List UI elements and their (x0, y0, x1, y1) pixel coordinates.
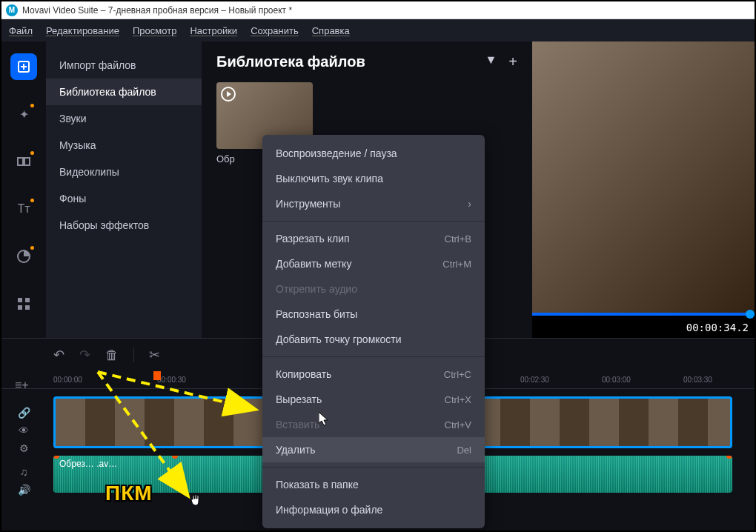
redo-icon[interactable]: ↷ (79, 347, 90, 363)
tool-transitions[interactable] (10, 148, 37, 175)
eye-icon[interactable]: 👁 (19, 425, 29, 436)
preview-video[interactable] (532, 41, 755, 316)
tool-stickers[interactable] (10, 243, 37, 270)
ctx-show-folder[interactable]: Показать в папке (262, 472, 485, 497)
menu-view[interactable]: Просмотр (133, 25, 176, 36)
ctx-beats[interactable]: Распознать биты (262, 302, 485, 327)
filter-icon[interactable]: ▼ (485, 53, 497, 70)
ctx-split[interactable]: Разрезать клипCtrl+B (262, 226, 485, 251)
play-overlay-icon (221, 87, 236, 102)
ruler-mark: 00:02:30 (520, 376, 549, 384)
adjust-icon[interactable]: ⚙ (19, 442, 29, 454)
context-menu: Воспроизведение / пауза Выключить звук к… (262, 135, 485, 528)
preview-slider[interactable] (532, 313, 755, 316)
audio-clip-label: Обрез… .av… (59, 459, 117, 469)
left-toolbar: ✦ Tт (1, 41, 46, 338)
menu-help[interactable]: Справка (312, 25, 350, 36)
delete-icon[interactable]: 🗑 (105, 348, 119, 363)
playhead[interactable] (153, 371, 161, 380)
svg-rect-7 (25, 298, 30, 302)
notification-dot (30, 199, 34, 202)
music-icon[interactable]: ♫ (20, 466, 28, 478)
ctx-marker[interactable]: Добавить меткуCtrl+M (262, 251, 485, 276)
separator (262, 356, 485, 357)
sidebar-item-effects[interactable]: Наборы эффектов (46, 212, 202, 239)
notification-dot (30, 104, 34, 107)
chevron-right-icon: › (468, 198, 471, 210)
preview-timestamp: 00:00:34.2 (686, 322, 749, 333)
sidebar: Импорт файлов Библиотека файлов Звуки Му… (46, 41, 202, 338)
svg-rect-8 (18, 305, 22, 310)
add-icon[interactable]: + (508, 53, 517, 70)
svg-rect-3 (18, 158, 23, 165)
content-actions: ▼ + (485, 53, 517, 70)
video-track-header: 🔗 👁 ⚙ (1, 402, 46, 459)
content-title: Библиотека файлов (216, 53, 365, 70)
menu-save[interactable]: Сохранить (251, 25, 299, 36)
sidebar-item-library[interactable]: Библиотека файлов (46, 79, 202, 105)
ctx-paste: ВставитьCtrl+V (262, 412, 485, 437)
annotation-label: ПКМ (105, 482, 153, 505)
ctx-volume-point[interactable]: Добавить точку громкости (262, 327, 485, 352)
tool-filters[interactable]: ✦ (10, 101, 37, 127)
separator (133, 348, 134, 362)
ruler-mark: 00:00:00 (53, 376, 82, 384)
ruler-mark: 00:03:00 (602, 376, 631, 384)
svg-rect-4 (24, 158, 30, 165)
separator (262, 221, 485, 222)
audio-track-header: ♫ 🔊 (1, 462, 46, 500)
link-icon[interactable]: 🔗 (18, 407, 30, 419)
svg-rect-6 (18, 298, 22, 302)
cut-icon[interactable]: ✂ (149, 347, 160, 363)
menu-file[interactable]: Файл (9, 25, 33, 36)
notification-dot (30, 151, 34, 155)
ctx-mute[interactable]: Выключить звук клипа (262, 166, 485, 191)
notification-dot (30, 246, 34, 250)
tool-more[interactable] (10, 290, 37, 317)
sidebar-item-import[interactable]: Импорт файлов (46, 52, 202, 79)
menu-settings[interactable]: Настройки (190, 25, 237, 36)
sidebar-item-music[interactable]: Музыка (46, 132, 202, 159)
preview-slider-handle[interactable] (746, 310, 755, 319)
titlebar: M Movavi Video Suite – 7-дневная пробная… (1, 1, 755, 19)
undo-icon[interactable]: ↶ (53, 347, 64, 363)
ctx-copy[interactable]: КопироватьCtrl+C (262, 362, 485, 387)
ctx-tools[interactable]: Инструменты› (262, 191, 485, 216)
separator (262, 467, 485, 468)
app-icon: M (6, 4, 18, 16)
preview-panel: 00:00:34.2 (532, 41, 755, 338)
content-header: Библиотека файлов ▼ + (216, 53, 517, 70)
ruler-mark: 00:03:30 (683, 376, 712, 384)
sidebar-item-sounds[interactable]: Звуки (46, 105, 202, 132)
ruler-mark: 00:00:30 (157, 376, 186, 384)
sidebar-item-clips[interactable]: Видеоклипы (46, 159, 202, 185)
ctx-delete[interactable]: УдалитьDel (262, 437, 485, 462)
sidebar-item-backgrounds[interactable]: Фоны (46, 185, 202, 212)
ctx-play-pause[interactable]: Воспроизведение / пауза (262, 141, 485, 166)
svg-rect-9 (25, 305, 30, 310)
ctx-detach-audio: Открепить аудио (262, 276, 485, 302)
window-title: Movavi Video Suite – 7-дневная пробная в… (22, 5, 292, 16)
ctx-file-info[interactable]: Информация о файле (262, 497, 485, 522)
volume-icon[interactable]: 🔊 (18, 484, 30, 496)
menu-edit[interactable]: Редактирование (46, 25, 119, 36)
menubar: Файл Редактирование Просмотр Настройки С… (1, 19, 755, 41)
tool-import[interactable] (10, 53, 37, 80)
tool-titles[interactable]: Tт (10, 196, 37, 222)
ctx-cut[interactable]: ВырезатьCtrl+X (262, 387, 485, 412)
